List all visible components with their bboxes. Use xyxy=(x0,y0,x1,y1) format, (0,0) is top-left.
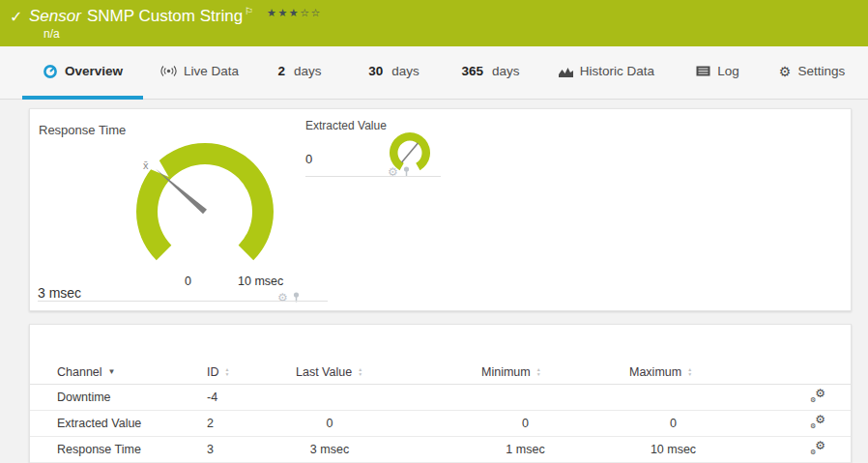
table-header-row: Channel ▼ ID ▲▼ Last Value ▲▼ Minimum ▲▼… xyxy=(30,360,851,385)
tab-365-days[interactable]: 365 days xyxy=(445,46,536,100)
column-header-id-label: ID xyxy=(207,365,219,379)
tab-2-days[interactable]: 2 days xyxy=(256,46,343,100)
extracted-value-widget-divider xyxy=(305,176,441,177)
tab-bar: Overview Live Data 2 days 30 days 365 da… xyxy=(0,46,868,100)
channel-settings-gears-icon[interactable]: ⚙⚙ xyxy=(810,441,825,455)
tab-live-data-label: Live Data xyxy=(184,64,239,78)
table-row-response-time: Response Time 3 3 msec 1 msec 10 msec ⚙⚙ xyxy=(30,437,851,463)
gauge-pin-icon[interactable] xyxy=(292,289,301,306)
channels-table: Channel ▼ ID ▲▼ Last Value ▲▼ Minimum ▲▼… xyxy=(30,325,851,463)
tab-365-days-label: days xyxy=(492,64,520,78)
tab-2-days-number: 2 xyxy=(277,64,285,78)
channel-id: 2 xyxy=(207,417,286,430)
sort-both-icon: ▲▼ xyxy=(225,367,230,377)
tab-30-days[interactable]: 30 days xyxy=(343,46,445,100)
channel-minimum: 0 xyxy=(475,417,576,430)
gauges-panel: Response Time x̄ 0 10 msec 3 msec ⚙ Extr… xyxy=(29,108,852,311)
column-header-maximum[interactable]: Maximum ▲▼ xyxy=(622,365,724,379)
tab-365-days-number: 365 xyxy=(461,64,483,78)
tab-historic-data[interactable]: Historic Data xyxy=(536,46,677,100)
tab-30-days-number: 30 xyxy=(368,64,383,78)
extracted-value-current-value: 0 xyxy=(305,152,312,166)
tab-settings-label: Settings xyxy=(797,64,845,78)
column-header-minimum[interactable]: Minimum ▲▼ xyxy=(475,365,576,379)
area-chart-icon xyxy=(559,66,573,77)
channel-name: Response Time xyxy=(57,443,207,456)
sort-both-icon: ▲▼ xyxy=(536,367,541,377)
channel-id: 3 xyxy=(207,443,286,456)
channel-last-value: 3 msec xyxy=(286,443,373,456)
tab-historic-data-label: Historic Data xyxy=(580,64,654,78)
tab-overview-label: Overview xyxy=(65,64,123,78)
sort-descending-icon: ▼ xyxy=(108,367,116,376)
response-time-widget-divider xyxy=(38,301,328,302)
channel-name: Extracted Value xyxy=(57,417,207,430)
channel-settings-gears-icon[interactable]: ⚙⚙ xyxy=(810,415,825,429)
response-time-gauge xyxy=(128,130,282,285)
column-header-last-value-label: Last Value xyxy=(296,365,352,379)
channel-maximum: 0 xyxy=(622,417,724,430)
channel-minimum: 1 msec xyxy=(475,443,576,456)
column-header-last-value[interactable]: Last Value ▲▼ xyxy=(286,365,373,379)
sensor-title: SensorSNMP Custom String⚐★★★☆☆ xyxy=(29,6,322,26)
live-data-icon xyxy=(160,65,177,77)
tab-settings[interactable]: ⚙ Settings xyxy=(759,46,865,100)
channel-last-value: 0 xyxy=(286,417,373,430)
tab-log[interactable]: Log xyxy=(677,46,759,100)
gear-icon: ⚙ xyxy=(779,64,792,79)
channel-settings-gears-icon[interactable]: ⚙⚙ xyxy=(810,389,825,403)
tab-2-days-label: days xyxy=(294,64,322,78)
column-header-id[interactable]: ID ▲▼ xyxy=(207,365,286,379)
priority-stars-filled: ★★★ xyxy=(267,7,300,18)
gauge-average-marker: x̄ xyxy=(143,159,149,171)
sensor-subtitle: n/a xyxy=(43,27,60,41)
tab-overview[interactable]: Overview xyxy=(22,46,143,100)
extracted-value-gauge-title: Extracted Value xyxy=(305,119,387,132)
column-header-channel-label: Channel xyxy=(57,365,102,379)
gauge-icon xyxy=(43,64,58,79)
sensor-title-prefix: Sensor xyxy=(29,7,81,25)
response-time-current-value: 3 msec xyxy=(38,285,81,301)
gauge-pin-icon[interactable] xyxy=(402,163,411,181)
priority-stars[interactable]: ★★★☆☆ xyxy=(267,7,322,18)
priority-stars-empty: ☆☆ xyxy=(300,7,322,18)
tab-live-data[interactable]: Live Data xyxy=(143,46,256,100)
channel-id: -4 xyxy=(207,391,286,404)
flag-icon[interactable]: ⚐ xyxy=(245,6,253,16)
column-header-minimum-label: Minimum xyxy=(481,365,531,379)
column-header-maximum-label: Maximum xyxy=(629,365,681,379)
sensor-status-ok-icon: ✓ xyxy=(10,8,22,26)
sort-both-icon: ▲▼ xyxy=(358,367,362,377)
tab-30-days-label: days xyxy=(391,64,420,78)
channels-panel: Channel ▼ ID ▲▼ Last Value ▲▼ Minimum ▲▼… xyxy=(29,324,852,463)
sensor-header: ✓ SensorSNMP Custom String⚐★★★☆☆ n/a xyxy=(0,0,868,46)
log-list-icon xyxy=(696,66,710,76)
gauge-settings-gear-icon[interactable]: ⚙ xyxy=(277,292,288,304)
column-header-channel[interactable]: Channel ▼ xyxy=(57,365,207,379)
response-time-gauge-title: Response Time xyxy=(39,123,126,137)
sort-both-icon: ▲▼ xyxy=(687,367,692,377)
sensor-title-name: SNMP Custom String xyxy=(87,7,243,25)
table-row-downtime: Downtime -4 ⚙⚙ xyxy=(30,385,851,411)
channel-maximum: 10 msec xyxy=(622,443,724,456)
gauge-scale-max: 10 msec xyxy=(238,275,283,288)
channel-name: Downtime xyxy=(57,391,207,404)
table-row-extracted-value: Extracted Value 2 0 0 0 ⚙⚙ xyxy=(30,411,851,437)
gauge-scale-min: 0 xyxy=(185,275,191,288)
tab-log-label: Log xyxy=(717,64,739,78)
